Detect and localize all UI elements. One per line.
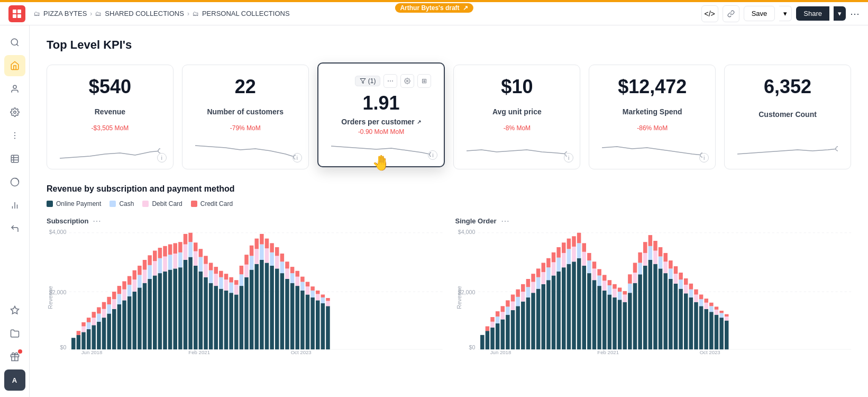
svg-point-4	[11, 39, 17, 45]
svg-rect-198	[490, 317, 494, 322]
svg-rect-306	[673, 266, 677, 274]
kpi-cards-row: $540 Revenue -$3,505 MoM i 22 Number of …	[47, 65, 851, 169]
subscription-chart-svg: $4,000 $2,000 $0 Revenue	[47, 228, 443, 355]
svg-rect-81	[158, 273, 162, 349]
svg-rect-297	[658, 247, 662, 256]
svg-rect-172	[310, 291, 314, 297]
svg-rect-261	[597, 269, 601, 275]
kpi-value-customers: 22	[195, 76, 296, 98]
share-caret-button[interactable]: ▾	[834, 6, 846, 21]
filter-count: (1)	[368, 77, 376, 85]
svg-point-5	[13, 85, 16, 88]
svg-rect-220	[531, 293, 535, 349]
kpi-info-customers[interactable]: i	[293, 153, 302, 163]
svg-rect-333	[719, 311, 723, 313]
sidebar-item-back[interactable]	[4, 218, 25, 239]
chart-more-single-order[interactable]: ⋯	[501, 216, 509, 226]
kpi-info-orders[interactable]: i	[428, 150, 437, 160]
kpi-info-revenue[interactable]: i	[157, 153, 167, 163]
svg-rect-147	[270, 266, 273, 349]
svg-text:$0: $0	[469, 344, 475, 350]
svg-rect-118	[219, 277, 223, 289]
kpi-toolbar: (1) ⋯ ⊞	[331, 74, 432, 88]
svg-rect-146	[265, 239, 269, 249]
svg-rect-44	[92, 312, 96, 318]
sidebar-item-settings[interactable]	[4, 102, 25, 123]
sidebar-item-gift[interactable]	[4, 346, 25, 367]
svg-rect-42	[92, 325, 96, 349]
sidebar-item-more[interactable]	[4, 125, 25, 146]
svg-rect-294	[653, 241, 657, 251]
svg-rect-233	[551, 262, 555, 275]
svg-text:Revenue: Revenue	[455, 286, 462, 309]
kpi-info-marketing[interactable]: i	[699, 153, 709, 163]
svg-text:Revenue: Revenue	[47, 286, 53, 309]
chart-more-subscription[interactable]: ⋯	[93, 216, 101, 226]
sidebar-item-folder[interactable]	[4, 323, 25, 344]
svg-rect-280	[633, 283, 636, 349]
svg-rect-295	[658, 268, 662, 349]
draft-badge[interactable]: Arthur Bytes's draft ↗	[395, 3, 473, 13]
svg-rect-94	[178, 252, 182, 267]
svg-rect-54	[112, 309, 116, 349]
svg-rect-259	[597, 286, 601, 349]
svg-rect-152	[275, 247, 279, 256]
navbar-right: </> Save ▾ Share ▾ ⋯	[701, 5, 860, 22]
breadcrumb-item-personal[interactable]: PERSONAL COLLECTIONS	[202, 10, 290, 17]
svg-rect-312	[683, 278, 687, 285]
svg-rect-151	[275, 256, 279, 268]
filter-badge[interactable]: (1)	[355, 76, 381, 86]
svg-rect-321	[699, 294, 702, 299]
kpi-value-avg-price: $10	[467, 76, 567, 98]
svg-rect-0	[13, 10, 16, 13]
sidebar-item-home[interactable]	[4, 55, 25, 76]
svg-rect-195	[485, 326, 489, 331]
svg-rect-137	[250, 246, 253, 256]
sidebar-item-table[interactable]	[4, 148, 25, 169]
toolbar-settings-button[interactable]	[400, 74, 414, 88]
breadcrumb-item-shared[interactable]: SHARED COLLECTIONS	[105, 10, 184, 17]
svg-rect-235	[556, 272, 560, 349]
svg-rect-71	[138, 266, 141, 275]
svg-rect-107	[199, 249, 203, 257]
share-button[interactable]: Share	[796, 6, 829, 21]
kpi-info-avg-price[interactable]: i	[564, 153, 573, 163]
svg-rect-244	[572, 261, 575, 349]
svg-rect-327	[709, 303, 713, 306]
svg-rect-199	[495, 323, 499, 349]
top-banner	[0, 0, 868, 2]
save-caret-button[interactable]: ▾	[779, 6, 792, 21]
save-button[interactable]: Save	[744, 6, 775, 21]
sidebar-avatar[interactable]: A	[4, 369, 25, 391]
kpi-trend-avg-price: -8% MoM	[467, 124, 567, 132]
toolbar-grid-button[interactable]: ⊞	[417, 74, 431, 88]
svg-rect-178	[321, 297, 325, 303]
svg-rect-224	[536, 277, 540, 289]
svg-rect-93	[178, 267, 182, 349]
sidebar-item-search[interactable]	[4, 32, 25, 53]
legend-label-cash: Cash	[119, 200, 134, 207]
svg-rect-258	[592, 261, 596, 268]
code-button[interactable]: </>	[701, 5, 718, 22]
svg-rect-180	[326, 306, 330, 349]
sidebar-item-chart[interactable]	[4, 195, 25, 216]
link-button[interactable]	[723, 5, 739, 22]
svg-rect-299	[663, 261, 667, 273]
toolbar-dots-button[interactable]: ⋯	[383, 74, 397, 88]
svg-rect-304	[673, 284, 677, 349]
breadcrumb-item-pizza[interactable]: PIZZA BYTES	[43, 10, 87, 17]
sidebar-item-circle[interactable]	[4, 172, 25, 193]
svg-rect-268	[613, 297, 616, 349]
svg-rect-145	[265, 248, 269, 263]
draft-label: Arthur Bytes's draft	[400, 4, 459, 12]
sidebar-item-star[interactable]	[4, 300, 25, 321]
more-menu-button[interactable]: ⋯	[850, 8, 860, 20]
svg-rect-63	[127, 296, 131, 349]
svg-rect-246	[572, 236, 575, 247]
sidebar-item-user[interactable]	[4, 78, 25, 100]
svg-rect-171	[310, 297, 314, 349]
app-logo[interactable]	[8, 5, 25, 22]
svg-rect-92	[173, 243, 177, 254]
svg-rect-122	[224, 274, 228, 279]
svg-rect-218	[526, 287, 529, 297]
